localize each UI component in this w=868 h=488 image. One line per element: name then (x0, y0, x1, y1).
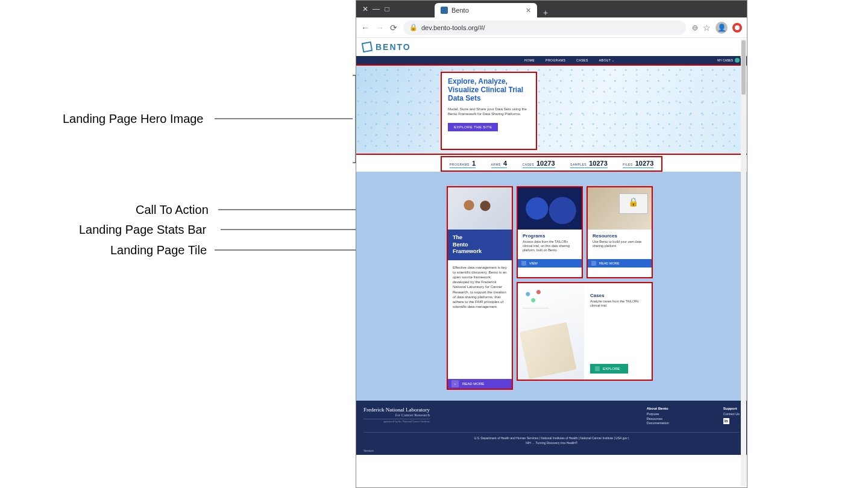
footer-about-column: About Bento Purpose Resources Documentat… (647, 407, 669, 426)
forward-icon[interactable]: → (376, 23, 384, 33)
tile2-image (518, 187, 582, 230)
tile-programs: Programs Access data from the TAILORx cl… (517, 186, 583, 278)
tab-title: Bento (451, 7, 469, 14)
zoom-icon[interactable]: ⊖ (692, 23, 698, 32)
my-cases-button[interactable]: MY CASES (717, 58, 740, 63)
window-title-bar: ✕ ― □ (356, 1, 392, 17)
url-text: dev.bento-tools.org/#/ (421, 24, 485, 31)
tile-framework: The Bento Framework Effective data manag… (447, 186, 513, 390)
tile3-title: Resources (588, 230, 652, 240)
tab-close-icon[interactable]: ✕ (526, 7, 531, 14)
nav-home[interactable]: HOME (524, 58, 535, 62)
cta-panel: Explore, Analyze, Visualize Clinical Tri… (441, 72, 537, 150)
stat-files: FILES10273 (623, 160, 653, 168)
frederick-logo: Frederick National Laboratory for Cancer… (363, 407, 430, 426)
browser-tab[interactable]: Bento ✕ (435, 3, 537, 17)
address-bar: ← → ⟳ 🔒 dev.bento-tools.org/#/ ⊖ ☆ 👤 (356, 17, 747, 38)
tile3-desc: Use Bento to build your own data sharing… (588, 240, 652, 259)
new-tab-button[interactable]: + (537, 8, 554, 17)
annotation-layer: Landing Page Hero Image Call To Action L… (0, 0, 356, 488)
footer-legal: U.S. Department of Health and Human Serv… (363, 433, 740, 449)
hero-section: Explore, Analyze, Visualize Clinical Tri… (356, 64, 747, 155)
brand-row: BENTO (356, 38, 747, 56)
linkedin-icon[interactable]: in (723, 418, 729, 424)
lock-icon: 🔒 (409, 23, 418, 31)
profile-icon[interactable]: 👤 (715, 22, 728, 34)
back-icon[interactable]: ← (361, 23, 370, 33)
tile-cases: Cases Analyze cases from the TAILORx cli… (517, 282, 653, 381)
document-icon (595, 366, 600, 371)
main-nav: HOME PROGRAMS CASES ABOUT ⌄ MY CASES (356, 56, 747, 64)
footer-link-contact[interactable]: Contact Us (723, 412, 740, 417)
document-icon (591, 261, 596, 266)
scroll-thumb[interactable] (741, 40, 746, 95)
vertical-scrollbar[interactable] (741, 39, 746, 486)
tile4-title: Cases (590, 289, 646, 299)
stat-cases: CASES10273 (523, 160, 555, 168)
window-minimize-icon[interactable]: ― (371, 5, 382, 13)
cta-title: Explore, Analyze, Visualize Clinical Tri… (448, 78, 530, 102)
tile4-explore-button[interactable]: EXPLORE (590, 364, 628, 374)
nav-cases[interactable]: CASES (576, 58, 588, 62)
stat-arms: ARMS4 (491, 160, 508, 168)
footer-support-column: Support Contact Us in (723, 407, 740, 426)
stat-programs: PROGRAMS1 (450, 160, 476, 168)
footer-link-documentation[interactable]: Documentation (647, 421, 669, 426)
page-footer: Frederick National Laboratory for Cancer… (356, 401, 747, 455)
url-field[interactable]: 🔒 dev.bento-tools.org/#/ (403, 20, 686, 35)
browser-window: ✕ ― □ Bento ✕ + ← → ⟳ 🔒 dev.bento-tools.… (356, 0, 747, 488)
tile-resources: Resources Use Bento to build your own da… (587, 186, 653, 278)
tiles-area: The Bento Framework Effective data manag… (356, 172, 747, 401)
extension-icon[interactable] (732, 23, 742, 33)
tile2-view-button[interactable]: VIEW (518, 259, 582, 267)
window-maximize-icon[interactable]: □ (382, 5, 392, 13)
tile1-image (448, 187, 512, 230)
nav-about[interactable]: ABOUT ⌄ (599, 58, 615, 62)
footer-link-resources[interactable]: Resources (647, 417, 669, 422)
tile1-readmore-button[interactable]: › READ MORE (448, 379, 512, 389)
footer-link-purpose[interactable]: Purpose (647, 412, 669, 417)
explore-site-button[interactable]: EXPLORE THE SITE (448, 123, 498, 131)
page-content: BENTO HOME PROGRAMS CASES ABOUT ⌄ MY CAS… (356, 38, 747, 487)
cta-description: Model, Store and Share your Data Sets us… (448, 107, 530, 117)
nav-programs[interactable]: PROGRAMS (546, 58, 565, 62)
star-icon[interactable]: ☆ (703, 23, 711, 33)
stats-bar: PROGRAMS1 ARMS4 CASES10273 SAMPLES10273 … (441, 156, 662, 172)
tab-strip: Bento ✕ + (392, 1, 554, 17)
stat-samples: SAMPLES10273 (570, 160, 608, 168)
tile3-readmore-button[interactable]: READ MORE (588, 259, 652, 267)
reload-icon[interactable]: ⟳ (390, 23, 397, 33)
tile2-title: Programs (518, 230, 582, 240)
tile2-desc: Access data from the TAILORx clinical tr… (518, 240, 582, 259)
version-label: Version (363, 449, 740, 452)
tile1-body: Effective data management is key to scie… (448, 260, 512, 379)
cart-badge-icon (735, 58, 740, 63)
tile3-image (588, 187, 652, 230)
brand-name: BENTO (376, 42, 411, 52)
hero-background (356, 66, 747, 154)
bento-logo-icon (362, 42, 373, 53)
window-close-icon[interactable]: ✕ (360, 5, 371, 13)
document-icon (521, 261, 526, 266)
favicon-icon (441, 7, 448, 14)
chevron-right-icon: › (451, 380, 459, 387)
tile1-title: The Bento Framework (448, 230, 512, 260)
tile4-image (518, 283, 584, 380)
tile4-desc: Analyze cases from the TAILORx clinical … (590, 299, 646, 319)
